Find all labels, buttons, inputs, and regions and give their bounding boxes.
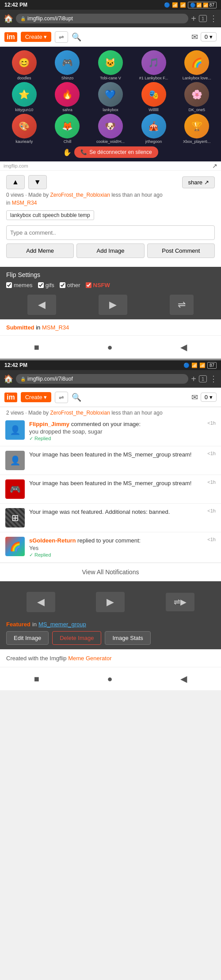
search-button-2[interactable]: 🔍 [72, 393, 81, 402]
notification-count-box-2[interactable]: 0 ▾ [201, 393, 217, 402]
mail-icon[interactable]: ✉ [191, 32, 198, 42]
image-stats-button[interactable]: Image Stats [105, 631, 150, 645]
menu-dots-icon-2[interactable]: ⋮ [210, 374, 217, 384]
home-button-2[interactable]: ● [98, 672, 121, 686]
gallery-item[interactable]: 🎮 Shinzo [47, 50, 88, 80]
gallery-item-label: jrthegoon [145, 139, 162, 144]
gallery-item[interactable]: 💙 lankybox [90, 82, 131, 112]
add-tab-icon-2[interactable]: + [191, 374, 196, 384]
submitted-stream-link[interactable]: MSM_R34 [42, 324, 69, 331]
gallery-item[interactable]: 🐶 cookie_void!H... [90, 114, 131, 144]
gallery-item[interactable]: 😊 doodles [4, 50, 45, 80]
memes-checkbox[interactable] [6, 282, 12, 288]
gallery-item[interactable]: 🎵 #1 Lankybox F... [133, 50, 175, 80]
notif-message: Your image has been featured in the MS_m… [29, 479, 203, 487]
create-button-2[interactable]: Create ▾ [21, 392, 51, 402]
mail-icon-2[interactable]: ✉ [191, 393, 198, 402]
author-link[interactable]: ZeroFrost_the_Robloxian [50, 192, 110, 198]
nsfw-checkbox[interactable] [86, 282, 91, 288]
author-link-2[interactable]: ZeroFrost_the_Robloxian [50, 410, 110, 416]
notification-item[interactable]: 👤 Your image has been featured in the MS… [0, 446, 221, 475]
notification-item[interactable]: ⊞ Your image was not featured. Additiona… [0, 504, 221, 532]
management-stream-link[interactable]: MS_memer_group [38, 621, 86, 628]
next-arrow-button-2[interactable]: ▶ [96, 592, 125, 612]
add-image-button[interactable]: Add Image [76, 243, 144, 258]
prev-arrow-button[interactable]: ◀ [27, 295, 56, 315]
other-checkbox[interactable] [60, 282, 65, 288]
add-meme-label: Add Meme [26, 247, 54, 254]
create-button[interactable]: Create ▾ [21, 32, 51, 42]
back-button-1[interactable]: ◀ [171, 340, 196, 354]
gifs-checkbox-item[interactable]: gifs [38, 282, 54, 288]
gallery-item[interactable]: ⭐ kittygun10 [4, 82, 45, 112]
gallery-item[interactable]: 🦊 Chill [47, 114, 88, 144]
notif-username[interactable]: sGoldeen-Return [29, 537, 76, 544]
search-icon: 🔍 [72, 33, 81, 41]
upvote-button[interactable]: ▲ [6, 175, 25, 189]
shuffle-icon-1: ⇌ [59, 34, 64, 41]
search-button[interactable]: 🔍 [72, 32, 81, 42]
home-icon[interactable]: 🏠 [4, 14, 13, 23]
gallery-item[interactable]: 🌈 Lankybox love... [176, 50, 217, 80]
gallery-grid: 😊 doodles 🎮 Shinzo 🐱 Tobi-cane V 🎵 #1 La… [4, 50, 217, 144]
gifs-checkbox[interactable] [38, 282, 44, 288]
stop-button-1[interactable]: ■ [25, 340, 48, 354]
menu-dots-icon[interactable]: ⋮ [210, 14, 217, 23]
prev-arrow-button-2[interactable]: ◀ [27, 592, 55, 612]
view-all-notifications-button[interactable]: View All Notifications [0, 563, 221, 581]
url-bar-1[interactable]: 🔒 imgflip.com/i/7i8upt [16, 14, 188, 23]
tab-count-2[interactable]: 1 [199, 375, 207, 382]
edit-image-button[interactable]: Edit Image [6, 631, 49, 645]
downvote-button[interactable]: ▼ [28, 175, 47, 189]
gallery-item[interactable]: 🐱 Tobi-cane V [90, 50, 131, 80]
back-button-2[interactable]: ◀ [171, 672, 196, 686]
gallery-item[interactable]: 🎪 jrthegoon [133, 114, 175, 144]
gallery-item[interactable]: 🎨 kauriearly [4, 114, 45, 144]
notif-avatar-icon: 🎮 [10, 484, 21, 494]
disconnect-button[interactable]: 📞 Se déconnecter en silence [74, 146, 158, 158]
imgflip-logo-2[interactable]: im [4, 393, 17, 402]
notification-item[interactable]: 👤 Flippin_Jimmy commented on your image:… [0, 416, 221, 446]
share-button[interactable]: 0 views share ↗ [182, 176, 215, 188]
shuffle-button-2[interactable]: ⇌ [55, 392, 68, 403]
delete-image-button[interactable]: Delete Image [52, 631, 101, 645]
avatar-icon: ⭐ [19, 89, 30, 100]
stop-button-2[interactable]: ■ [25, 672, 48, 686]
in-label: in [6, 200, 10, 206]
gallery-section: 😊 doodles 🎮 Shinzo 🐱 Tobi-cane V 🎵 #1 La… [0, 47, 221, 161]
imgflip-logo[interactable]: im [4, 32, 17, 42]
other-checkbox-item[interactable]: other [60, 282, 80, 288]
notification-item[interactable]: 🎮 Your image has been featured in the MS… [0, 475, 221, 504]
notif-action: Your image has been featured in the MS_m… [29, 480, 191, 486]
nsfw-checkbox-item[interactable]: NSFW [86, 282, 110, 288]
gallery-item[interactable]: 🌸 DK_one5 [176, 82, 217, 112]
gallery-item[interactable]: 🔥 sahra [47, 82, 88, 112]
notification-item[interactable]: 🌈 sGoldeen-Return replied to your commen… [0, 532, 221, 563]
avatar-icon: 🌈 [191, 57, 202, 68]
notif-action: replied to your comment: [77, 537, 141, 544]
meme-generator-link[interactable]: Meme Generator [68, 655, 111, 662]
avatar-circle: 🎪 [141, 114, 166, 138]
url-bar-2[interactable]: 🔒 imgflip.com/i/7i8uof [16, 374, 188, 384]
next-arrow-button[interactable]: ▶ [99, 295, 127, 315]
gallery-item[interactable]: 🏆 Xbox_player6... [176, 114, 217, 144]
add-tab-icon[interactable]: + [191, 14, 196, 24]
avatar-icon: 🦊 [62, 121, 73, 131]
home-button-1[interactable]: ● [98, 340, 121, 354]
tab-count-1[interactable]: 1 [199, 15, 207, 22]
notification-count-box[interactable]: 0 ▾ [201, 32, 217, 41]
shuffle-nav-button[interactable]: ⇌ [170, 295, 194, 315]
notif-username[interactable]: Flippin_Jimmy [29, 421, 69, 427]
shuffle-nav-button-2[interactable]: ⇌▶ [166, 593, 194, 611]
post-meta: 0 views · Made by ZeroFrost_the_Robloxia… [6, 192, 215, 198]
home-icon-2[interactable]: 🏠 [4, 374, 13, 384]
gallery-item[interactable]: 🎭 Willllll [133, 82, 175, 112]
memes-checkbox-item[interactable]: memes [6, 282, 33, 288]
tag-text: lankybox cult speech bubble temp [10, 212, 90, 218]
add-meme-button[interactable]: Add Meme [6, 243, 74, 258]
comment-input[interactable] [6, 225, 215, 240]
stream-link[interactable]: MSM_R34 [12, 200, 37, 206]
shuffle-button-1[interactable]: ⇌ [55, 31, 68, 43]
post-comment-button[interactable]: Post Comment [147, 243, 215, 258]
open-external-icon[interactable]: ↗ [212, 162, 217, 169]
